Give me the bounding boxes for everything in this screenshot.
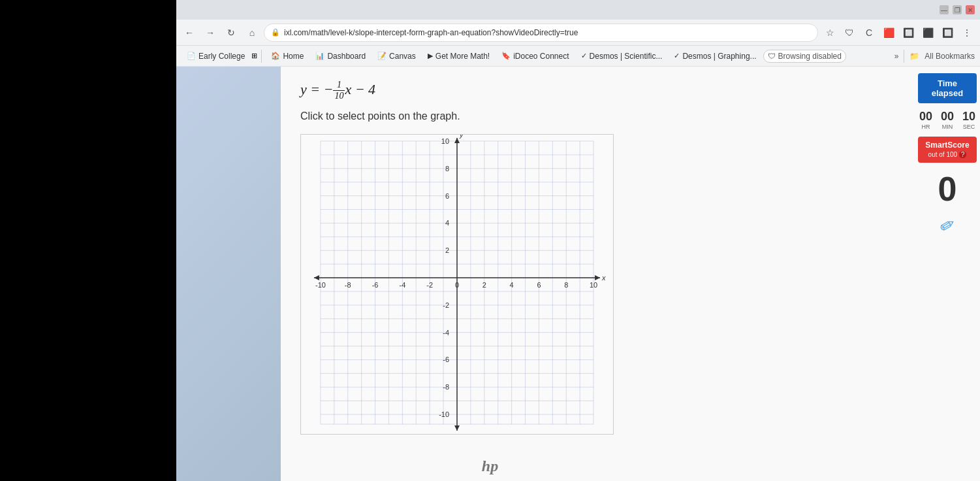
svg-text:x: x [601,274,606,282]
left-decorative-panel [176,67,281,481]
svg-text:-6: -6 [443,356,449,363]
timer-hours-unit: 00 HR [919,110,932,130]
timer-sec-label: SEC [963,124,975,130]
svg-text:0: 0 [455,281,459,289]
timer-min-label: MIN [942,124,953,130]
svg-text:2: 2 [482,281,486,289]
timer-seconds-unit: 10 SEC [962,110,975,130]
svg-text:-10: -10 [439,410,449,418]
smart-score-button[interactable]: SmartScore out of 100 ? [918,137,977,163]
bookmark-label: Desmos | Scientific... [590,52,663,61]
right-panel: Time elapsed 00 HR 00 MIN 10 SEC [915,67,980,481]
equation-display: y = − 1 10 x − 4 [300,80,895,101]
smart-score-label: SmartScore [925,141,969,150]
desmos-graph-icon: ✓ [674,52,680,60]
svg-text:8: 8 [564,281,568,289]
bookmark-desmos-graphing[interactable]: ✓ Desmos | Graphing... [669,50,761,63]
divider-bar [904,50,904,63]
extension1-button[interactable]: C [860,24,878,42]
shield-icon: 🛡 [768,52,776,61]
bookmark-label: Early College [198,52,245,61]
time-elapsed-button[interactable]: Time elapsed [918,73,977,103]
extension3-button[interactable]: 🔲 [899,24,917,42]
overflow-chevron[interactable]: » [894,52,899,61]
folder-icon: 📁 [909,52,919,61]
bookmark-dashboard[interactable]: 📊 Dashboard [310,50,371,63]
bookmark-label: Canvas [389,52,416,61]
navigation-bar: ← → ↻ ⌂ 🔒 ixl.com/math/level-k/slope-int… [176,20,980,46]
bookmark-separator [261,50,262,63]
timer-minutes-unit: 00 MIN [941,110,954,130]
reload-button[interactable]: ↻ [222,24,240,42]
title-bar: — ❐ ✕ [176,0,980,20]
idoceo-icon: 🔖 [501,52,511,60]
bookmark-early-college[interactable]: 📄 Early College [182,50,250,63]
svg-text:-2: -2 [426,281,433,289]
bookmark-label: Desmos | Graphing... [682,52,756,61]
svg-text:4: 4 [510,281,514,289]
timer-display: 00 HR 00 MIN 10 SEC [919,110,975,130]
svg-text:-10: -10 [315,281,326,289]
extension4-button[interactable]: ⬛ [919,24,937,42]
nav-actions: ☆ 🛡 C 🟥 🔲 ⬛ 🔲 ⋮ [821,24,976,42]
svg-text:-6: -6 [372,281,379,289]
svg-text:-2: -2 [443,301,449,309]
svg-text:2: 2 [445,246,449,254]
home-button[interactable]: ⌂ [243,24,261,42]
all-bookmarks-label[interactable]: All Bookmarks [925,52,975,61]
bookmarks-overflow: » 📁 All Bookmarks [894,50,975,63]
star-button[interactable]: ☆ [821,24,839,42]
extension2-button[interactable]: 🟥 [879,24,898,42]
url-text: ixl.com/math/level-k/slope-intercept-for… [284,28,578,37]
bookmark-canvas[interactable]: 📝 Canvas [372,50,421,63]
score-value: 0 [938,169,957,208]
timer-separator-2 [956,110,960,124]
back-button[interactable]: ← [180,24,198,42]
pencil-icon[interactable]: ✏ [936,212,959,239]
early-college-icon: 📄 [187,52,196,60]
svg-text:6: 6 [537,281,541,289]
apps-icon: ⊞ [251,52,257,60]
svg-text:8: 8 [445,165,449,173]
timer-seconds-value: 10 [962,110,975,124]
maximize-button[interactable]: ❐ [953,5,962,14]
home-icon: 🏠 [271,52,280,60]
instruction-text: Click to select points on the graph. [300,110,895,122]
extension5-button[interactable]: 🔲 [938,24,956,42]
smart-score-sub: out of 100 ? [928,151,967,158]
bookmark-get-more-math[interactable]: ▶ Get More Math! [422,50,495,63]
bookmark-label: Dashboard [327,52,366,61]
address-bar[interactable]: 🔒 ixl.com/math/level-k/slope-intercept-f… [264,24,818,42]
svg-text:-8: -8 [345,281,351,289]
black-left-panel [0,0,176,481]
bookmark-label: Home [283,52,304,61]
content-area: y = − 1 10 x − 4 Click to select points … [176,67,980,481]
time-elapsed-label: Time elapsed [932,78,963,98]
profile-button[interactable]: 🛡 [840,24,859,42]
bookmark-label: Get More Math! [435,52,490,61]
svg-text:-8: -8 [443,383,449,391]
menu-button[interactable]: ⋮ [958,24,976,42]
minimize-button[interactable]: — [940,5,949,14]
bookmarks-bar: 📄 Early College ⊞ 🏠 Home 📊 Dashboard 📝 C… [176,46,980,67]
close-button[interactable]: ✕ [966,5,975,14]
svg-text:4: 4 [445,219,449,227]
svg-text:-4: -4 [443,329,449,337]
canvas-icon: 📝 [377,52,387,60]
main-content: y = − 1 10 x − 4 Click to select points … [281,67,915,481]
timer-separator-1 [935,110,938,124]
lock-icon: 🔒 [271,28,280,37]
svg-text:-4: -4 [399,281,405,289]
graph-container[interactable]: x y 10 8 6 4 2 [300,134,614,435]
play-icon: ▶ [428,52,433,60]
timer-minutes-value: 00 [941,110,954,124]
svg-text:6: 6 [445,192,449,200]
bookmark-desmos-scientific[interactable]: ✓ Desmos | Scientific... [576,50,668,63]
timer-hr-label: HR [921,124,930,130]
coordinate-graph[interactable]: x y 10 8 6 4 2 [301,135,613,434]
bookmark-home[interactable]: 🏠 Home [266,50,309,63]
hp-logo: hp [482,455,498,476]
browsing-disabled-label: Browsing disabled [778,52,842,61]
forward-button[interactable]: → [201,24,219,42]
bookmark-idoceo[interactable]: 🔖 iDoceo Connect [496,50,574,63]
